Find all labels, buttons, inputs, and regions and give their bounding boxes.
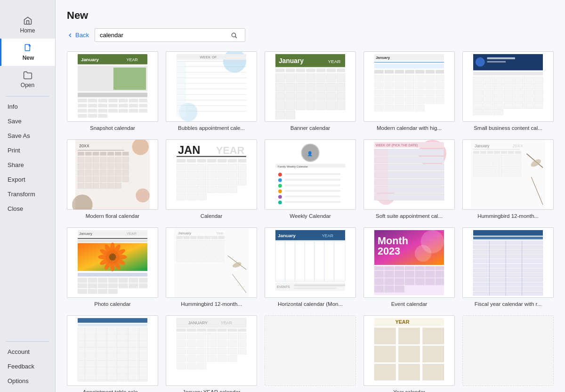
svg-rect-205	[100, 163, 106, 169]
svg-point-3	[232, 33, 235, 37]
sidebar-back-area	[0, 0, 55, 11]
svg-rect-157	[534, 83, 543, 89]
template-card-photo[interactable]: January YEAR	[67, 227, 158, 308]
svg-rect-150	[534, 77, 543, 82]
sidebar-item-share[interactable]: Share	[0, 158, 55, 172]
svg-rect-479	[473, 269, 543, 272]
svg-rect-98	[374, 70, 384, 73]
svg-rect-56	[275, 69, 285, 72]
template-thumb-calendar: JAN YEAR	[166, 139, 257, 210]
svg-rect-80	[306, 92, 315, 101]
svg-rect-279	[285, 179, 340, 181]
svg-rect-222	[122, 176, 129, 182]
svg-rect-417	[204, 257, 210, 262]
template-card-floral[interactable]: 20XX	[67, 139, 158, 220]
svg-rect-86	[296, 102, 305, 110]
svg-point-276	[278, 173, 282, 176]
template-label-photo: Photo calendar	[94, 301, 130, 308]
svg-rect-35	[98, 114, 107, 118]
template-card-banner[interactable]: January YEAR	[265, 51, 356, 132]
svg-text:YEAR: YEAR	[395, 319, 409, 325]
sidebar-item-print[interactable]: Print	[0, 143, 55, 158]
template-card-calendar[interactable]: JAN YEAR	[166, 139, 257, 220]
svg-rect-471	[473, 230, 543, 236]
search-input[interactable]	[95, 29, 227, 41]
back-link[interactable]: Back	[67, 32, 89, 39]
template-card-snapshot[interactable]: January YEAR	[67, 51, 158, 132]
sidebar-item-save[interactable]: Save	[0, 114, 55, 128]
svg-rect-406	[177, 251, 183, 256]
svg-rect-265	[218, 186, 227, 193]
svg-rect-324	[508, 160, 514, 165]
svg-rect-375	[119, 283, 128, 288]
search-button[interactable]	[227, 29, 241, 41]
sidebar-item-feedback[interactable]: Feedback	[0, 359, 55, 374]
svg-rect-385	[177, 236, 183, 239]
svg-rect-264	[207, 186, 217, 193]
svg-rect-133	[374, 104, 384, 111]
svg-rect-379	[88, 289, 97, 294]
svg-rect-199	[107, 157, 114, 162]
sidebar-item-export[interactable]: Export	[0, 172, 55, 187]
template-card-weekly[interactable]: 👤 Family Weekly Calendar	[265, 139, 356, 220]
svg-rect-172	[473, 103, 483, 109]
search-container	[95, 28, 245, 42]
svg-rect-170	[525, 96, 534, 102]
svg-rect-82	[327, 92, 336, 101]
svg-point-280	[278, 184, 282, 188]
template-card-small-business[interactable]: Small business content cal...	[462, 51, 554, 132]
sidebar-item-options[interactable]: Options	[0, 374, 55, 388]
svg-rect-480	[473, 273, 543, 277]
template-card-fiscal[interactable]: Fiscal year calendar with r...	[462, 227, 554, 308]
svg-rect-491	[78, 328, 85, 381]
svg-rect-118	[436, 82, 444, 89]
sidebar-item-new[interactable]: New	[0, 39, 55, 66]
template-card-horizontal[interactable]: January YEAR EVENTS	[265, 227, 356, 308]
svg-rect-196	[85, 157, 92, 162]
svg-rect-454	[385, 271, 394, 278]
svg-rect-392	[177, 240, 183, 245]
svg-rect-204	[93, 163, 99, 169]
svg-rect-410	[204, 251, 210, 256]
sidebar-item-info[interactable]: Info	[0, 99, 55, 114]
svg-rect-397	[211, 240, 218, 245]
template-thumb-appt-table	[67, 315, 158, 386]
sidebar-item-home[interactable]: Home	[0, 11, 55, 39]
template-thumb-floral: 20XX	[67, 139, 158, 210]
sidebar: Home New Open Info Save Save As Print Sh…	[0, 0, 56, 392]
svg-rect-122	[405, 90, 414, 96]
svg-rect-248	[187, 171, 196, 178]
sidebar-item-save-as[interactable]: Save As	[0, 128, 55, 143]
svg-rect-123	[415, 90, 425, 96]
svg-rect-319	[473, 160, 479, 165]
svg-rect-332	[515, 166, 521, 171]
template-card-jan-year2[interactable]: JANUARY YEAR	[166, 315, 257, 392]
svg-rect-151	[473, 83, 483, 89]
svg-rect-146	[493, 77, 503, 82]
svg-text:JANUARY: JANUARY	[188, 320, 208, 325]
template-card-event[interactable]: Month 2023	[363, 227, 455, 308]
sidebar-item-open[interactable]: Open	[0, 66, 55, 93]
template-card-appt-table[interactable]: Appointment table cale...	[67, 315, 158, 392]
svg-rect-409	[197, 251, 203, 256]
sidebar-item-account[interactable]: Account	[0, 344, 55, 359]
template-card-hummingbird-a[interactable]: January 20XX	[462, 139, 554, 220]
svg-rect-166	[484, 96, 493, 102]
svg-rect-238	[228, 159, 237, 162]
template-card-modern-high[interactable]: January	[363, 51, 455, 132]
template-card-year-cal[interactable]: YEAR Year c	[363, 315, 455, 392]
svg-rect-458	[426, 271, 435, 278]
svg-rect-300	[374, 149, 388, 200]
template-card-soft-suite[interactable]: WEEK OF (PICK THE DATE) Soft	[363, 139, 455, 220]
svg-rect-149	[525, 77, 534, 82]
svg-rect-304	[473, 149, 520, 150]
sidebar-item-transform[interactable]: Transform	[0, 187, 55, 201]
svg-rect-153	[493, 83, 503, 89]
svg-rect-169	[514, 96, 524, 102]
svg-rect-348	[78, 240, 147, 242]
template-card-bubbles[interactable]: WEEK OF	[166, 51, 257, 132]
svg-rect-88	[316, 102, 326, 110]
svg-rect-262	[187, 186, 196, 193]
template-card-hummingbird-b[interactable]: January Year	[166, 227, 257, 308]
sidebar-item-close[interactable]: Close	[0, 201, 55, 216]
